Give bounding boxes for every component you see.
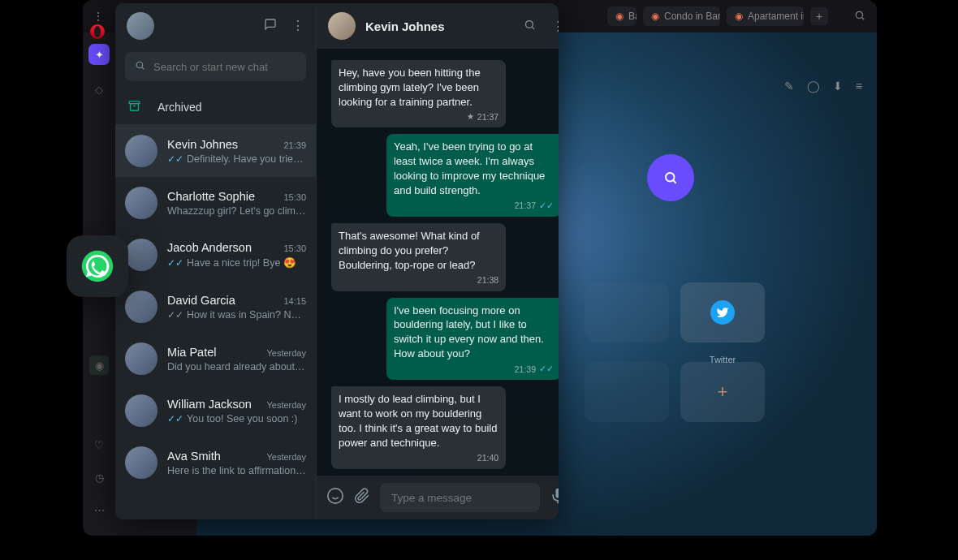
rail-spotify-icon[interactable]: ◉ xyxy=(89,355,109,375)
chat-avatar xyxy=(125,291,158,323)
message-bubble[interactable]: I mostly do lead climbing, but I want to… xyxy=(331,386,506,468)
menu-icon[interactable]: ⋮ xyxy=(93,10,104,23)
chat-item[interactable]: Ava SmithYesterday Here is the link to a… xyxy=(115,437,316,489)
archived-row[interactable]: Archived xyxy=(115,89,316,125)
search-input[interactable] xyxy=(153,61,296,73)
browser-tab[interactable]: ◉Ba xyxy=(607,6,637,26)
svg-point-0 xyxy=(856,11,862,18)
search-icon xyxy=(135,60,145,73)
check-icon: ✓✓ xyxy=(167,257,183,269)
svg-point-2 xyxy=(666,173,675,182)
contact-name: Kevin Johnes xyxy=(365,19,445,33)
download-icon[interactable]: ⬇ xyxy=(833,80,843,93)
contact-avatar[interactable] xyxy=(328,12,356,40)
message-bubble[interactable]: Yeah, I've been trying to go at least tw… xyxy=(386,134,559,217)
browser-window: ⋮ ↻ 🔒 WhatsApp ☺ 📌 ◉Ba ◉Condo in Barcel … xyxy=(83,0,877,536)
check-icon: ✓✓ xyxy=(167,413,183,424)
message-text: Yeah, I've been trying to go at least tw… xyxy=(394,140,554,198)
message-time: 21:37 xyxy=(477,111,498,123)
messages-container: Hey, have you been hitting the climbing … xyxy=(317,49,559,476)
svg-line-1 xyxy=(862,17,865,19)
chat-time: Yesterday xyxy=(266,348,306,358)
svg-rect-6 xyxy=(129,101,140,103)
message-bubble[interactable]: Hey, have you been hitting the climbing … xyxy=(331,60,506,127)
chat-item[interactable]: David Garcia14:15 ✓✓How it was in Spain?… xyxy=(115,281,316,333)
attach-icon[interactable] xyxy=(354,488,370,508)
chat-time: 15:30 xyxy=(283,192,306,202)
chat-preview: Have a nice trip! Bye 😍 xyxy=(187,256,306,269)
archived-label: Archived xyxy=(158,101,201,114)
chat-item[interactable]: Charlotte Sophie15:30 Whazzzup girl? Let… xyxy=(115,177,316,229)
message-input-bar xyxy=(317,476,559,519)
browser-tabs: ◉Ba ◉Condo in Barcel ◉Apartament in Ba + xyxy=(607,6,828,26)
speed-dial-tile-twitter[interactable]: Twitter xyxy=(680,282,765,342)
airbnb-icon: ◉ xyxy=(615,11,624,22)
tile-label: Twitter xyxy=(710,355,736,364)
svg-point-7 xyxy=(526,21,533,28)
message-time: 21:39 xyxy=(515,364,536,375)
speed-dial-search-button[interactable] xyxy=(647,154,694,201)
rail-aria-icon[interactable]: ✦ xyxy=(88,44,110,65)
browser-tab[interactable]: ◉Apartament in Ba xyxy=(727,6,804,26)
check-icon: ✓✓ xyxy=(167,309,183,321)
message-time: 21:38 xyxy=(477,274,498,286)
svg-line-8 xyxy=(532,27,534,29)
menu-icon[interactable]: ⋮ xyxy=(291,18,304,34)
message-text: I've been focusing more on bouldering la… xyxy=(394,304,554,362)
svg-point-9 xyxy=(328,488,343,502)
chat-name: Charlotte Sophie xyxy=(167,190,255,203)
search-conversation-icon[interactable] xyxy=(524,19,536,33)
speed-dial-tile[interactable] xyxy=(585,282,669,342)
chat-item[interactable]: Kevin Johnes21:39 ✓✓Definitely. Have you… xyxy=(115,125,316,177)
conversation-menu-icon[interactable]: ⋮ xyxy=(552,19,559,33)
camera-icon[interactable]: ◯ xyxy=(807,80,820,93)
chat-item[interactable]: Mia PatelYesterday Did you heard already… xyxy=(115,333,316,385)
add-tab-button[interactable]: + xyxy=(810,7,828,25)
chat-preview: Definitely. Have you tried any... xyxy=(187,153,306,165)
chat-item[interactable]: Jacob Anderson15:30 ✓✓Have a nice trip! … xyxy=(115,229,316,281)
whatsapp-panel: ⋮ Archived Kevin Johnes21:39 ✓✓Definitel… xyxy=(115,3,559,519)
whatsapp-app-icon[interactable] xyxy=(67,235,128,297)
emoji-icon[interactable] xyxy=(326,487,344,509)
mic-icon[interactable] xyxy=(550,488,559,508)
chat-time: Yesterday xyxy=(266,452,306,462)
plus-icon: + xyxy=(718,381,728,403)
edit-icon[interactable]: ✎ xyxy=(784,80,794,93)
message-text: That's awesome! What kind of climbing do… xyxy=(339,229,498,273)
star-icon: ★ xyxy=(467,111,474,123)
rail-more-icon[interactable]: ⋯ xyxy=(89,500,109,519)
chat-name: Ava Smith xyxy=(167,450,221,463)
whatsapp-conversation: Kevin Johnes ⋮ Hey, have you been hittin… xyxy=(317,3,559,519)
message-bubble[interactable]: That's awesome! What kind of climbing do… xyxy=(331,223,506,291)
chat-item[interactable]: William JacksonYesterday ✓✓You too! See … xyxy=(115,385,316,437)
chat-list: Kevin Johnes21:39 ✓✓Definitely. Have you… xyxy=(115,125,316,519)
message-time: 21:40 xyxy=(477,452,498,463)
chat-time: 21:39 xyxy=(283,140,306,150)
chat-name: William Jackson xyxy=(167,398,252,411)
message-bubble[interactable]: I've been focusing more on bouldering la… xyxy=(386,298,559,381)
airbnb-icon: ◉ xyxy=(735,11,743,22)
airbnb-icon: ◉ xyxy=(651,11,659,22)
chat-preview: You too! See you soon :) xyxy=(187,413,306,424)
search-bar[interactable] xyxy=(125,52,306,81)
rail-tabs-icon[interactable]: ◇ xyxy=(89,80,109,99)
message-input[interactable] xyxy=(380,483,540,512)
browser-tab[interactable]: ◉Condo in Barcel xyxy=(643,6,720,26)
global-search-icon[interactable] xyxy=(854,10,865,24)
conversation-header: Kevin Johnes ⋮ xyxy=(317,3,559,49)
chat-time: 14:15 xyxy=(283,296,306,306)
chat-avatar xyxy=(125,239,158,271)
new-chat-icon[interactable] xyxy=(264,18,277,34)
speed-dial-tile[interactable] xyxy=(585,362,669,422)
settings-icon[interactable]: ≡ xyxy=(856,80,862,93)
rail-history-icon[interactable]: ◷ xyxy=(89,467,109,487)
whatsapp-header: ⋮ xyxy=(115,3,316,49)
chat-name: Mia Patel xyxy=(167,346,216,359)
message-time: 21:37 xyxy=(515,200,536,211)
chat-name: David Garcia xyxy=(167,294,235,307)
speed-dial-add-tile[interactable]: + xyxy=(680,362,765,422)
chat-name: Jacob Anderson xyxy=(167,241,252,254)
user-avatar[interactable] xyxy=(127,12,154,40)
chat-time: 15:30 xyxy=(283,243,306,253)
rail-heart-icon[interactable]: ♡ xyxy=(89,435,109,454)
